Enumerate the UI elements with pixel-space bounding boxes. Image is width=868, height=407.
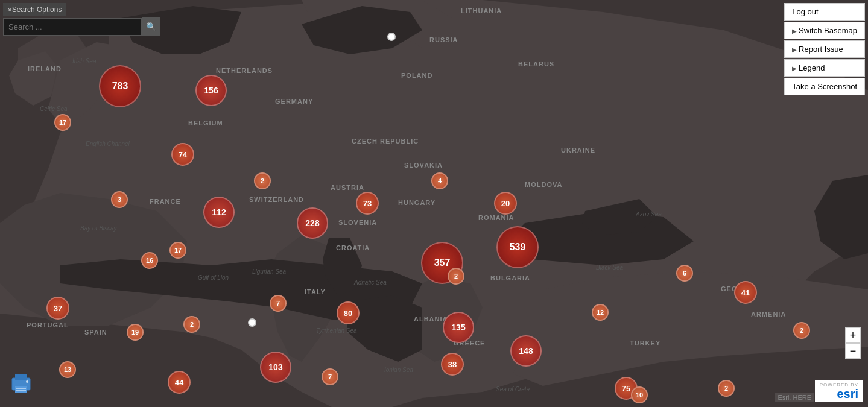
cluster-marker[interactable]: 17 <box>54 114 71 131</box>
zoom-out-button[interactable]: − <box>845 343 861 359</box>
cluster-marker[interactable]: 12 <box>592 304 609 321</box>
printer-icon[interactable] <box>9 371 33 395</box>
cluster-marker[interactable]: 38 <box>441 353 464 376</box>
svg-rect-4 <box>16 388 26 389</box>
cluster-marker[interactable]: 7 <box>270 295 287 312</box>
cluster-marker[interactable]: 539 <box>496 226 539 268</box>
switch-basemap-button[interactable]: Switch Basemap <box>784 22 865 39</box>
esri-logo: POWERED BY esri <box>815 380 863 402</box>
search-options-button[interactable]: »Search Options <box>3 3 66 16</box>
cluster-marker[interactable]: 112 <box>203 197 235 228</box>
cluster-marker[interactable]: 4 <box>431 172 448 189</box>
cluster-marker[interactable]: 3 <box>111 191 128 208</box>
cluster-marker[interactable]: 135 <box>443 312 474 343</box>
search-button[interactable]: 🔍 <box>142 17 160 36</box>
svg-point-6 <box>26 380 28 383</box>
cluster-marker[interactable]: 783 <box>99 65 141 107</box>
esri-brand-text: esri <box>837 388 858 400</box>
cluster-marker[interactable]: 17 <box>169 242 186 259</box>
search-input[interactable] <box>3 18 142 36</box>
legend-button[interactable]: Legend <box>784 59 865 77</box>
map-background <box>0 0 868 407</box>
cluster-marker[interactable]: 6 <box>676 265 693 282</box>
cluster-marker[interactable]: 2 <box>793 322 810 339</box>
search-panel: »Search Options 🔍 <box>3 3 160 36</box>
cluster-marker[interactable]: 148 <box>510 335 542 367</box>
cluster-marker[interactable]: 13 <box>59 361 76 378</box>
zoom-in-button[interactable]: + <box>845 327 861 343</box>
cluster-marker[interactable]: 10 <box>631 386 648 403</box>
report-issue-button[interactable]: Report Issue <box>784 40 865 58</box>
cluster-marker[interactable]: 16 <box>141 252 158 269</box>
zoom-controls: + − <box>845 327 861 359</box>
map-container: IRELANDNETHERLANDSBELGIUMFRANCESWITZERLA… <box>0 0 868 407</box>
take-screenshot-button[interactable]: Take a Screenshot <box>784 78 865 95</box>
cluster-marker[interactable]: 20 <box>494 192 517 215</box>
cluster-marker[interactable]: 37 <box>46 297 69 320</box>
cluster-marker[interactable]: 103 <box>260 352 291 383</box>
cluster-marker[interactable]: 156 <box>195 75 227 106</box>
cluster-marker[interactable] <box>248 318 256 327</box>
svg-rect-3 <box>15 386 27 393</box>
cluster-marker[interactable]: 74 <box>171 143 194 166</box>
esri-attribution: Esri, HERE <box>775 393 814 402</box>
cluster-marker[interactable]: 19 <box>127 324 144 341</box>
cluster-marker[interactable]: 2 <box>448 268 464 285</box>
svg-rect-5 <box>16 390 26 391</box>
right-panel: Log out Switch Basemap Report Issue Lege… <box>784 3 865 95</box>
cluster-marker[interactable]: 80 <box>337 301 360 324</box>
cluster-marker[interactable]: 2 <box>718 380 735 397</box>
cluster-marker[interactable]: 2 <box>183 316 200 333</box>
cluster-marker[interactable] <box>387 33 396 41</box>
cluster-marker[interactable]: 7 <box>322 368 338 385</box>
logout-button[interactable]: Log out <box>784 3 865 21</box>
svg-rect-2 <box>15 374 27 380</box>
cluster-marker[interactable]: 228 <box>297 207 328 239</box>
cluster-marker[interactable]: 2 <box>254 172 271 189</box>
cluster-marker[interactable]: 44 <box>168 371 191 394</box>
cluster-marker[interactable]: 41 <box>734 281 757 304</box>
cluster-marker[interactable]: 73 <box>356 192 379 215</box>
